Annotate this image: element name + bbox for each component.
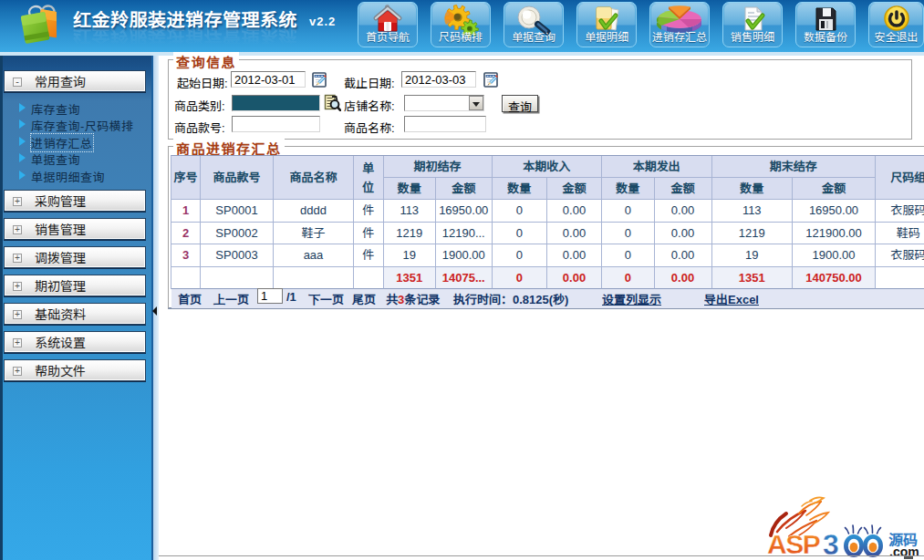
svg-text:3: 3 <box>823 528 839 559</box>
